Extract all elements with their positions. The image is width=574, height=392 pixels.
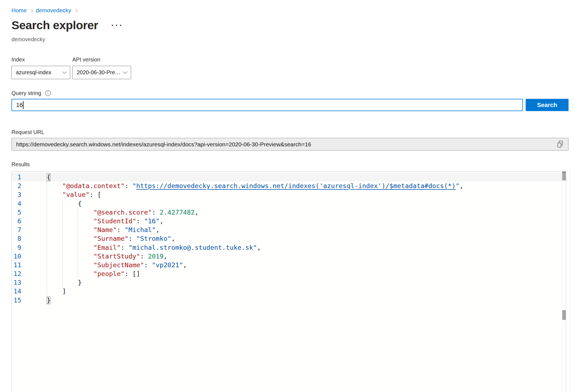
request-url-value: https://demovedecky.search.windows.net/i…	[16, 141, 556, 148]
search-explorer-page: Home demovedecky Search explorer ··· dem…	[11, 0, 569, 392]
line-number: 9	[12, 243, 21, 252]
line-number: 13	[12, 278, 21, 287]
code-line: 13 }	[12, 278, 566, 287]
breadcrumb-service-link[interactable]: demovedecky	[36, 7, 71, 14]
index-dropdown[interactable]: azuresql-index	[11, 66, 70, 79]
page-title: Search explorer	[11, 19, 98, 32]
code-text: "StudentId": "16",	[47, 217, 164, 225]
code-text: "StartStudy": 2019,	[47, 252, 167, 261]
code-line: 7 "Name": "Michal",	[12, 225, 566, 234]
query-input-value: 16	[16, 102, 23, 109]
chevron-right-icon	[74, 9, 78, 13]
code-text: ]	[47, 287, 66, 296]
code-line: 12 "people": []	[12, 269, 566, 278]
index-label: Index	[11, 56, 70, 63]
index-dropdown-value: azuresql-index	[16, 69, 51, 76]
line-number: 10	[12, 252, 21, 261]
line-number: 2	[12, 182, 21, 190]
search-button[interactable]: Search	[526, 99, 569, 111]
line-number: 14	[12, 287, 21, 296]
code-line: 1{	[12, 173, 566, 182]
results-editor[interactable]: 1{2 "@odata.context": "https://demovedec…	[11, 171, 566, 392]
json-link[interactable]: https://demovedecky.search.windows.net/i…	[136, 182, 455, 190]
line-number: 8	[12, 234, 21, 243]
code-text: "Name": "Michal",	[47, 225, 160, 234]
line-number: 12	[12, 269, 21, 278]
query-input[interactable]: 16	[11, 99, 523, 111]
chevron-down-icon	[62, 70, 67, 74]
copy-icon[interactable]	[556, 140, 564, 149]
api-version-dropdown[interactable]: 2020-06-30-Pre…	[72, 66, 131, 79]
code-line: 4 {	[12, 199, 566, 208]
code-text: "Surname": "Stromko",	[47, 234, 175, 243]
line-number: 11	[12, 261, 21, 269]
line-number: 5	[12, 208, 21, 217]
line-number: 15	[12, 296, 21, 305]
title-row: Search explorer ···	[11, 19, 569, 32]
code-text: {	[47, 173, 51, 182]
code-line: 10 "StartStudy": 2019,	[12, 252, 566, 261]
request-url-box: https://demovedecky.search.windows.net/i…	[11, 138, 569, 151]
code-line: 9 "Email": "michal.stromko@.student.tuke…	[12, 243, 566, 252]
code-line: 6 "StudentId": "16",	[12, 217, 566, 225]
ellipsis-icon[interactable]: ···	[110, 22, 125, 29]
code-text: {	[47, 199, 82, 208]
line-number: 3	[12, 190, 21, 199]
query-string-label: Query string	[11, 90, 41, 96]
text-caret	[23, 101, 23, 109]
code-line: 11 "SubjectName": "vp2021",	[12, 261, 566, 269]
code-line: 14 ]	[12, 287, 566, 296]
editor-scrollbar[interactable]	[562, 172, 566, 392]
code-text: "@odata.context": "https://demovedecky.s…	[47, 182, 463, 190]
code-text: "Email": "michal.stromko@.student.tuke.s…	[47, 243, 261, 252]
breadcrumb-home-link[interactable]: Home	[11, 7, 27, 14]
breadcrumb: Home demovedecky	[11, 7, 569, 14]
line-number: 6	[12, 217, 21, 225]
code-text: }	[47, 296, 51, 305]
api-version-control: API version 2020-06-30-Pre…	[72, 56, 131, 79]
line-number: 1	[12, 173, 21, 182]
query-label-row: Query string	[11, 90, 569, 96]
controls-row: Index azuresql-index API version 2020-06…	[11, 56, 569, 79]
api-version-dropdown-value: 2020-06-30-Pre…	[77, 69, 120, 76]
code-text: }	[47, 278, 82, 287]
page-scrollbar-track	[570, 169, 570, 392]
chevron-down-icon	[123, 70, 128, 74]
code-line: 15}	[12, 296, 566, 305]
scrollbar-thumb[interactable]	[562, 172, 566, 180]
line-number: 4	[12, 199, 21, 208]
code-text: "people": []	[47, 269, 140, 278]
overview-ruler-mark	[562, 310, 566, 320]
code-line: 8 "Surname": "Stromko",	[12, 234, 566, 243]
line-number: 7	[12, 225, 21, 234]
code-line: 3 "value": [	[12, 190, 566, 199]
chevron-right-icon	[29, 9, 33, 13]
page-subtitle: demovedecky	[11, 36, 569, 43]
results-label: Results	[11, 161, 569, 168]
query-row: 16 Search	[11, 99, 569, 111]
code-text: "@search.score": 2.4277482,	[47, 208, 199, 217]
info-icon[interactable]	[45, 90, 51, 96]
code-text: "SubjectName": "vp2021",	[47, 261, 187, 269]
code-text: "value": [	[47, 190, 101, 199]
code-lines: 1{2 "@odata.context": "https://demovedec…	[12, 172, 566, 305]
code-line: 5 "@search.score": 2.4277482,	[12, 208, 566, 217]
code-line: 2 "@odata.context": "https://demovedecky…	[12, 182, 566, 190]
api-version-label: API version	[72, 56, 131, 63]
index-control: Index azuresql-index	[11, 56, 70, 79]
request-url-label: Request URL	[11, 129, 569, 135]
